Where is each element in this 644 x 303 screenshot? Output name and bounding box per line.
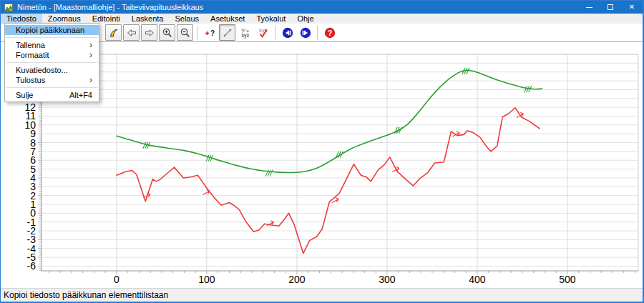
menu-item-label: Formaatit <box>16 51 49 59</box>
toolbar-separator <box>197 26 197 40</box>
y-axis-label: 7 <box>30 146 36 157</box>
file-menu-item-sulje[interactable]: SuljeAlt+F4 <box>5 90 99 100</box>
terrain-profile-green-marker <box>462 68 465 74</box>
prev-section-button[interactable] <box>279 24 296 41</box>
y-axis-label: 4 <box>30 172 36 184</box>
menu-ohje[interactable]: Ohje <box>291 14 319 24</box>
terrain-profile-green-line <box>117 70 542 172</box>
y-axis-label: 6 <box>30 154 36 166</box>
svg-text:?: ? <box>210 29 215 36</box>
zoom-out-icon <box>180 27 191 39</box>
submenu-arrow-icon: › <box>89 51 92 59</box>
zoom-in-button[interactable] <box>159 24 175 41</box>
terrain-profile-red-marker <box>332 198 338 203</box>
submenu-arrow-icon: › <box>89 41 92 49</box>
menu-separator <box>6 62 97 63</box>
terrain-profile-red-marker <box>144 193 150 198</box>
svg-text:?: ? <box>327 29 332 37</box>
menu-separator <box>6 87 97 88</box>
xyz-check-button[interactable]: xyz <box>255 24 271 41</box>
menu-item-label: Tallenna <box>16 41 45 49</box>
y-axis-label: 9 <box>30 128 36 139</box>
coordinate-xyz-icon: xyz <box>240 27 251 39</box>
help-icon: ? <box>324 27 336 39</box>
menu-laskenta[interactable]: Laskenta <box>126 14 170 24</box>
add-point-query-icon: ? <box>204 27 215 39</box>
xyz-check-icon: xyz <box>258 27 269 39</box>
arrow-right-button[interactable] <box>141 24 157 41</box>
arrow-right-icon <box>144 27 155 39</box>
terrain-profile-green-marker <box>143 142 146 149</box>
menu-editointi[interactable]: Editointi <box>87 14 126 24</box>
x-axis-label: 400 <box>469 274 486 285</box>
terrain-profile-green-marker <box>206 155 209 162</box>
y-axis-label: 1 <box>30 199 36 210</box>
file-menu-item-tallenna[interactable]: Tallenna› <box>5 40 99 50</box>
toolbar-separator <box>317 26 318 40</box>
file-menu-item-formaatit[interactable]: Formaatit› <box>5 50 99 60</box>
svg-text:xyz: xyz <box>241 33 249 39</box>
y-axis-label: -4 <box>27 243 36 254</box>
terrain-profile-green-marker <box>268 170 270 177</box>
terrain-profile-green-marker <box>210 155 213 162</box>
menu-item-label: Kopioi pääikkunaan <box>16 26 84 34</box>
window-title: Nimetön - [Maastomalliohje] - Taiteviiva… <box>17 3 578 11</box>
arrow-left-button[interactable] <box>123 24 140 41</box>
x-axis-label: 300 <box>379 274 396 285</box>
terrain-profile-green-marker <box>336 152 338 158</box>
terrain-profile-red-marker <box>453 131 459 136</box>
menu-selaus[interactable]: Selaus <box>169 14 205 24</box>
y-axis-label: -3 <box>27 234 36 245</box>
terrain-profile-green-marker <box>394 127 397 134</box>
arrow-left-icon <box>126 27 137 39</box>
status-text: Kopioi tiedosto pääikkunan elementtilist… <box>4 290 168 300</box>
menu-tiedosto[interactable]: Tiedosto <box>1 14 42 24</box>
y-axis-label: 8 <box>30 137 36 149</box>
x-axis-label: 0 <box>114 274 119 285</box>
app-window: Nimetön - [Maastomalliohje] - Taiteviiva… <box>0 0 644 303</box>
x-axis-label: 100 <box>198 274 215 285</box>
terrain-profile-green-marker <box>529 86 532 92</box>
terrain-profile-green-marker <box>467 68 469 74</box>
y-axis-label: -1 <box>27 217 36 228</box>
maximize-button[interactable] <box>600 1 621 14</box>
terrain-profile-green-marker <box>340 152 343 158</box>
zoom-out-button[interactable] <box>177 24 193 41</box>
terrain-profile-green-marker <box>145 142 148 149</box>
file-menu-item-tulostus[interactable]: Tulostus› <box>5 75 99 85</box>
terrain-profile-red-marker <box>517 113 523 118</box>
menu-asetukset[interactable]: Asetukset <box>205 14 250 24</box>
terrain-profile-green-marker <box>265 170 268 177</box>
app-icon <box>4 3 14 12</box>
window-controls: ✕ <box>578 1 643 14</box>
submenu-arrow-icon: › <box>89 76 92 84</box>
terrain-profile-red-line <box>117 108 540 254</box>
menu-tykalut[interactable]: Työkalut <box>250 14 291 24</box>
add-point-query-button[interactable]: ? <box>201 24 218 41</box>
terrain-profile-red-marker <box>393 167 399 172</box>
help-button[interactable]: ? <box>321 24 338 41</box>
menu-item-label: Tulostus <box>16 76 45 84</box>
file-menu-item-kuvatiedosto[interactable]: Kuvatiedosto... <box>5 65 99 75</box>
profile-tool-button[interactable] <box>105 24 122 41</box>
next-section-button[interactable] <box>297 24 313 41</box>
measure-diagonal-icon <box>222 27 233 39</box>
menu-separator <box>6 37 97 38</box>
y-axis-label: 12 <box>24 101 36 113</box>
next-section-icon <box>300 27 311 39</box>
terrain-profile-green-marker <box>396 127 399 134</box>
toolbar-separator <box>275 26 275 40</box>
coordinate-xyz-button[interactable]: xyz <box>237 24 253 41</box>
file-menu-item-kopioi-p-ikkunaan[interactable]: Kopioi pääikkunaan <box>5 25 99 35</box>
measure-diagonal-button[interactable] <box>219 24 235 41</box>
terrain-profile-red-marker <box>267 221 273 226</box>
terrain-profile-green-marker <box>208 155 211 162</box>
close-button[interactable]: ✕ <box>621 1 643 14</box>
minimize-button[interactable] <box>578 1 600 14</box>
prev-section-icon <box>282 27 293 39</box>
terrain-profile-green-marker <box>270 170 273 177</box>
menu-zoomaus[interactable]: Zoomaus <box>42 14 87 24</box>
y-axis-label: 10 <box>24 119 36 131</box>
menu-bar: TiedostoZoomausEditointiLaskentaSelausAs… <box>1 14 643 24</box>
y-axis-label: 3 <box>30 181 36 192</box>
